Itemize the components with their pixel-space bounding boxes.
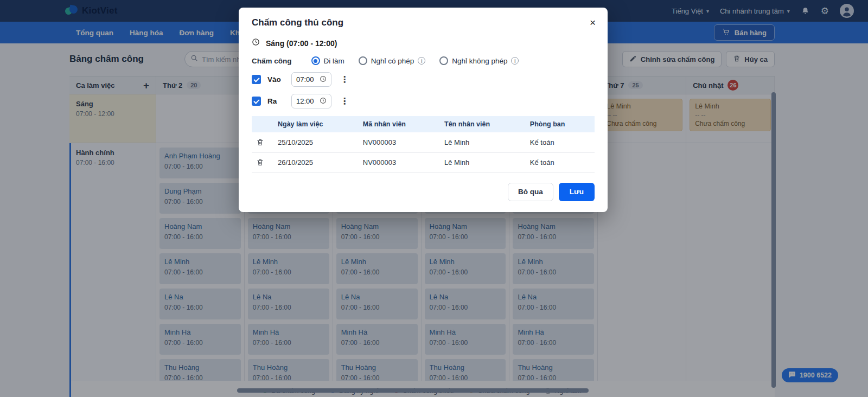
option-nghi-khong-phep[interactable]: Nghỉ không phép: [439, 56, 519, 65]
clock-icon: [252, 38, 260, 48]
clock-icon: [320, 97, 327, 106]
check-in-row: Vào 07:00 ⋮: [239, 65, 608, 87]
save-button[interactable]: Lưu: [559, 183, 595, 201]
option-di-lam[interactable]: Đi làm: [311, 56, 344, 65]
delete-row-trash-icon[interactable]: [256, 138, 264, 146]
attendance-type-row: Chấm công Đi làm Nghỉ có phép Nghỉ không…: [239, 48, 608, 65]
employee-name: Lê Minh: [440, 132, 526, 152]
close-icon[interactable]: ×: [590, 17, 596, 28]
check-out-label: Ra: [267, 97, 285, 105]
work-date: 25/10/2025: [273, 132, 359, 152]
employee-code: NV000003: [359, 132, 440, 152]
column-header: Tên nhân viên: [440, 116, 526, 132]
kebab-menu-icon[interactable]: ⋮: [340, 96, 349, 106]
info-icon[interactable]: [511, 57, 519, 65]
check-out-row: Ra 12:00 ⋮: [239, 87, 608, 108]
clock-icon: [320, 75, 327, 84]
checkbox-checked-icon[interactable]: [252, 75, 261, 84]
option-nghi-co-phep[interactable]: Nghỉ có phép: [359, 56, 426, 65]
time-in-value: 07:00: [296, 75, 314, 84]
radio-selected-icon: [311, 56, 320, 65]
skip-button[interactable]: Bỏ qua: [508, 183, 553, 201]
time-out-input[interactable]: 12:00: [291, 94, 331, 108]
table-row: 25/10/2025 NV000003 Lê Minh Kế toán: [252, 132, 595, 152]
modal-header: Chấm công thủ công ×: [239, 8, 608, 34]
table-row: 26/10/2025 NV000003 Lê Minh Kế toán: [252, 152, 595, 172]
modal-shift-label: Sáng (07:00 - 12:00): [266, 39, 337, 48]
radio-icon: [439, 56, 448, 65]
modal-shift-row: Sáng (07:00 - 12:00): [239, 34, 608, 48]
time-out-value: 12:00: [296, 97, 314, 105]
option-label: Nghỉ có phép: [371, 57, 414, 65]
column-header: Mã nhân viên: [359, 116, 440, 132]
work-date: 26/10/2025: [273, 152, 359, 172]
attendance-table: Ngày làm việc Mã nhân viên Tên nhân viên…: [252, 116, 595, 173]
time-in-input[interactable]: 07:00: [291, 72, 331, 87]
option-label: Nghỉ không phép: [452, 57, 507, 65]
employee-code: NV000003: [359, 152, 440, 172]
department: Kế toán: [526, 152, 595, 172]
modal-footer: Bỏ qua Lưu: [239, 173, 608, 212]
radio-icon: [359, 56, 367, 65]
kebab-menu-icon[interactable]: ⋮: [340, 74, 349, 85]
option-label: Đi làm: [324, 57, 344, 65]
actions-column-header: [252, 116, 273, 132]
column-header: Phòng ban: [526, 116, 595, 132]
info-icon[interactable]: [418, 57, 425, 65]
delete-row-trash-icon[interactable]: [256, 158, 264, 167]
checkbox-checked-icon[interactable]: [252, 97, 261, 106]
column-header: Ngày làm việc: [273, 116, 359, 132]
table-header-row: Ngày làm việc Mã nhân viên Tên nhân viên…: [252, 116, 595, 132]
employee-name: Lê Minh: [440, 152, 526, 172]
modal-title: Chấm công thủ công: [252, 17, 343, 28]
department: Kế toán: [526, 132, 595, 152]
attendance-label: Chấm công: [252, 57, 292, 65]
check-in-label: Vào: [267, 75, 285, 84]
manual-attendance-modal: Chấm công thủ công × Sáng (07:00 - 12:00…: [239, 8, 608, 212]
